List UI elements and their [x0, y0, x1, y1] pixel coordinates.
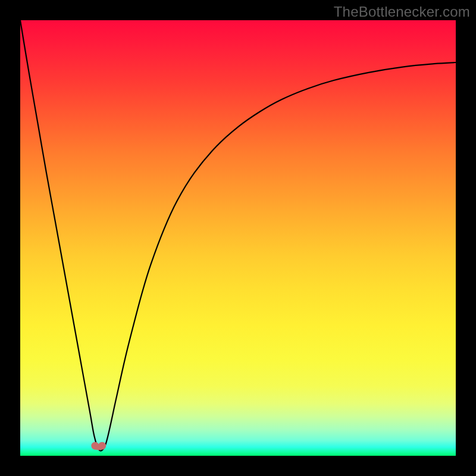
plot-area	[20, 20, 456, 456]
bottleneck-curve	[20, 20, 456, 451]
watermark-text: TheBottlenecker.com	[334, 4, 470, 20]
valley-left-marker	[91, 442, 99, 450]
curve-layer	[20, 20, 456, 456]
valley-right-marker	[98, 442, 106, 450]
chart-frame: TheBottlenecker.com	[0, 0, 476, 476]
